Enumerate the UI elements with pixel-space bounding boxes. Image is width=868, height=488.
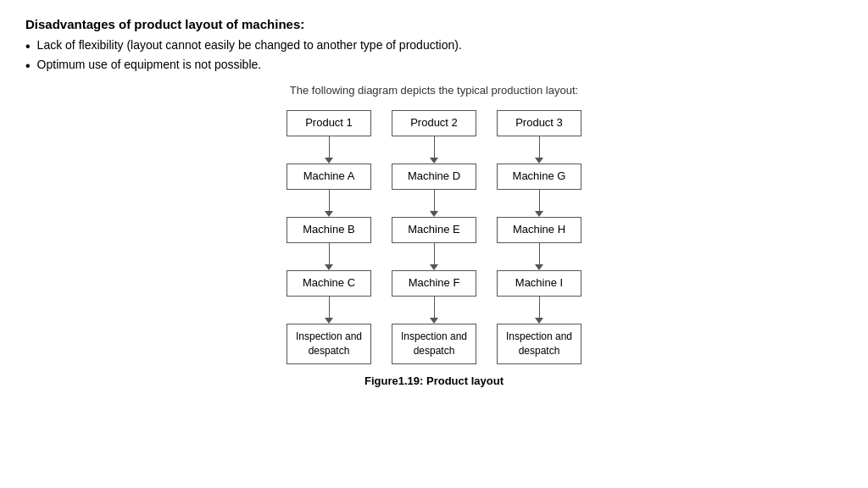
arrow-head <box>325 264 333 270</box>
arrow-p3-3 <box>535 243 543 270</box>
machine-i: Machine I <box>497 270 581 297</box>
main-content: Disadvantages of product layout of machi… <box>25 17 843 387</box>
diagram: Product 1 Machine A Machine B Machine C <box>287 110 581 363</box>
product3-label: Product 3 <box>497 110 581 136</box>
arrow-head <box>535 318 543 324</box>
bullet-item-2: Optimum use of equipment is not possible… <box>25 58 843 74</box>
arrow-line <box>434 136 435 158</box>
product2-label: Product 2 <box>392 110 476 136</box>
arrow-p2-1 <box>430 136 438 164</box>
arrow-head <box>535 158 543 164</box>
machine-h: Machine H <box>497 217 581 243</box>
arrow-line <box>434 297 435 318</box>
arrow-line <box>539 190 540 211</box>
bullet-item-1: Lack of flexibility (layout cannot easil… <box>25 38 843 54</box>
bullet-list: Lack of flexibility (layout cannot easil… <box>25 38 843 74</box>
arrow-head <box>430 318 438 324</box>
diagram-caption: The following diagram depicts the typica… <box>25 84 843 97</box>
arrow-p3-4 <box>535 297 543 324</box>
column-product2: Product 2 Machine D Machine E Machine F <box>392 110 476 363</box>
arrow-head <box>430 158 438 164</box>
product1-label: Product 1 <box>287 110 371 136</box>
arrow-p1-3 <box>325 243 333 270</box>
arrow-p3-2 <box>535 190 543 217</box>
machine-b: Machine B <box>287 217 371 243</box>
inspection3: Inspection anddespatch <box>497 324 581 364</box>
arrow-line <box>434 190 435 211</box>
arrow-p1-2 <box>325 190 333 217</box>
arrow-head <box>325 318 333 324</box>
arrow-head <box>325 211 333 217</box>
arrow-p1-4 <box>325 297 333 324</box>
arrow-line <box>329 136 330 158</box>
figure-desc: Product layout <box>423 374 504 387</box>
arrow-p3-1 <box>535 136 543 164</box>
arrow-line <box>539 136 540 158</box>
machine-d: Machine D <box>392 164 476 190</box>
machine-a: Machine A <box>287 164 371 190</box>
column-product1: Product 1 Machine A Machine B Machine C <box>287 110 371 363</box>
arrow-line <box>434 243 435 264</box>
arrow-head <box>430 264 438 270</box>
machine-g: Machine G <box>497 164 581 190</box>
arrow-head <box>325 158 333 164</box>
arrow-p2-3 <box>430 243 438 270</box>
arrow-p2-2 <box>430 190 438 217</box>
page-title: Disadvantages of product layout of machi… <box>25 17 843 31</box>
diagram-container: Product 1 Machine A Machine B Machine C <box>25 110 843 363</box>
figure-caption: Figure1.19: Product layout <box>25 374 843 387</box>
arrow-line <box>329 243 330 264</box>
machine-e: Machine E <box>392 217 476 243</box>
arrow-line <box>539 243 540 264</box>
column-product3: Product 3 Machine G Machine H Machine I <box>497 110 581 363</box>
machine-f: Machine F <box>392 270 476 297</box>
arrow-head <box>430 211 438 217</box>
arrow-head <box>535 264 543 270</box>
arrow-head <box>535 211 543 217</box>
inspection1: Inspection anddespatch <box>287 324 371 364</box>
machine-c: Machine C <box>287 270 371 297</box>
arrow-line <box>329 190 330 211</box>
arrow-p1-1 <box>325 136 333 164</box>
arrow-p2-4 <box>430 297 438 324</box>
arrow-line <box>539 297 540 318</box>
arrow-line <box>329 297 330 318</box>
figure-label: Figure1.19: <box>364 374 423 387</box>
inspection2: Inspection anddespatch <box>392 324 476 364</box>
